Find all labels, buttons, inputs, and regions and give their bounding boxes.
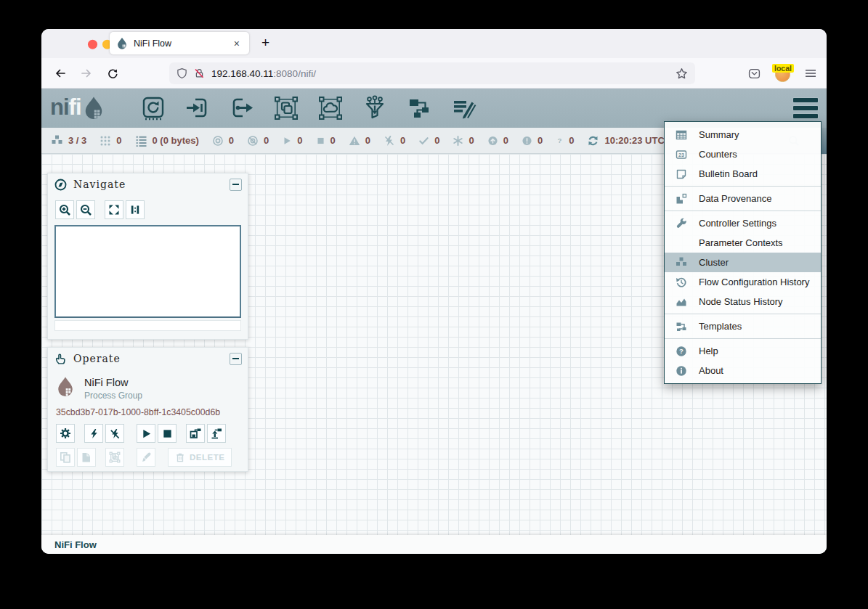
configure-button[interactable]	[56, 424, 75, 443]
wrench-icon	[674, 218, 688, 229]
operate-flow-info: NiFi Flow Process Group	[48, 369, 248, 401]
help-icon: ?	[674, 346, 688, 357]
template-icon[interactable]	[405, 94, 433, 122]
statusbar-right-edge	[822, 128, 827, 154]
navigate-collapse-button[interactable]	[230, 179, 242, 191]
status-stopped: 0	[316, 135, 336, 147]
global-menu-button[interactable]	[793, 98, 818, 118]
menu-item-help[interactable]: ? Help	[665, 341, 821, 361]
zoom-fit-button[interactable]	[105, 200, 123, 219]
save-template-button[interactable]	[186, 424, 205, 443]
back-button[interactable]	[52, 65, 69, 82]
refresh-icon[interactable]	[587, 135, 599, 147]
start-button[interactable]	[137, 424, 155, 443]
global-menu: Summary 23 Counters Bulletin Board Data …	[664, 121, 822, 384]
menu-item-about[interactable]: About	[665, 361, 821, 380]
bulletin-board-icon	[674, 168, 688, 180]
operate-title: Operate	[73, 353, 121, 364]
zoom-in-button[interactable]	[55, 200, 74, 219]
disable-button[interactable]	[105, 424, 124, 443]
operate-header: Operate	[48, 348, 248, 369]
status-queued: 0 (0 bytes)	[135, 135, 199, 147]
stop-button[interactable]	[158, 424, 177, 443]
operate-buttons-row-1	[48, 419, 248, 443]
status-invalid: 0	[349, 135, 370, 147]
menu-item-label: Cluster	[699, 257, 729, 268]
nifi-logo: nifi	[50, 94, 105, 121]
check-icon	[418, 135, 429, 147]
menu-separator	[665, 314, 821, 314]
paste-button[interactable]	[77, 448, 96, 467]
url-bar[interactable]: 192.168.40.11:8080/nifi/	[169, 62, 695, 84]
reload-button[interactable]	[104, 65, 121, 82]
status-locally-modified-stale: 0	[522, 135, 543, 147]
browser-tab[interactable]: NiFi Flow ×	[110, 32, 249, 54]
status-transmitting: 0	[212, 135, 234, 147]
info-icon	[674, 365, 688, 377]
history-icon	[674, 277, 688, 288]
menu-item-bulletin-board[interactable]: Bulletin Board	[665, 164, 821, 184]
input-port-icon[interactable]	[184, 94, 211, 122]
delete-label: DELETE	[190, 453, 224, 462]
delete-button[interactable]: DELETE	[168, 448, 232, 467]
navigate-title: Navigate	[73, 179, 126, 190]
copy-button[interactable]	[56, 448, 75, 467]
menu-item-parameter-contexts[interactable]: Parameter Contexts	[665, 233, 821, 253]
menu-item-summary[interactable]: Summary	[665, 125, 821, 144]
birdseye-strip[interactable]	[54, 320, 241, 331]
processor-icon[interactable]	[139, 94, 167, 122]
sync-failure-count: 0	[569, 135, 574, 146]
process-group-icon[interactable]	[272, 94, 300, 122]
tab-close-icon[interactable]: ×	[231, 37, 243, 50]
menu-item-data-provenance[interactable]: Data Provenance	[665, 189, 821, 208]
browser-menu-icon[interactable]	[802, 65, 819, 82]
logo-ni: ni	[50, 94, 69, 120]
enable-button[interactable]	[84, 424, 103, 443]
menu-item-label: Summary	[699, 129, 739, 140]
svg-text:?: ?	[679, 347, 684, 355]
operate-flow-id: 35cbd3b7-017b-1000-8bff-1c3405c00d6b	[48, 401, 248, 419]
funnel-icon[interactable]	[361, 94, 389, 122]
tab-title: NiFi Flow	[134, 38, 231, 49]
bookmark-star-icon[interactable]	[676, 68, 688, 80]
shield-icon[interactable]	[177, 68, 187, 79]
status-stale: 0	[487, 135, 508, 147]
threads-grid-icon	[100, 135, 111, 147]
menu-item-cluster[interactable]: Cluster	[665, 253, 821, 272]
not-transmitting-icon	[247, 135, 259, 147]
data-provenance-icon	[674, 193, 688, 205]
breadcrumb-bar: NiFi Flow	[41, 535, 827, 554]
group-button[interactable]	[105, 448, 124, 467]
menu-item-node-status-history[interactable]: Node Status History	[665, 292, 821, 311]
operate-collapse-button[interactable]	[230, 353, 242, 365]
status-sync-failure: ? 0	[556, 135, 574, 147]
menu-item-counters[interactable]: 23 Counters	[665, 144, 821, 164]
output-port-icon[interactable]	[228, 94, 256, 122]
menu-item-controller-settings[interactable]: Controller Settings	[665, 213, 821, 233]
transmitting-count: 0	[229, 135, 234, 146]
menu-item-templates[interactable]: Templates	[665, 316, 821, 336]
birdseye-minimap[interactable]	[54, 225, 241, 318]
breadcrumb[interactable]: NiFi Flow	[54, 539, 97, 550]
label-icon[interactable]	[450, 94, 477, 122]
change-color-button[interactable]	[137, 448, 155, 467]
zoom-actual-size-button[interactable]	[126, 200, 145, 219]
remote-process-group-icon[interactable]	[317, 94, 344, 122]
exclamation-circle-icon	[522, 135, 532, 147]
locally-modified-count: 0	[469, 135, 474, 146]
stale-count: 0	[503, 135, 508, 146]
cubes-icon	[674, 257, 688, 268]
close-window-button[interactable]	[88, 40, 97, 49]
zoom-out-button[interactable]	[76, 200, 95, 219]
status-refresh[interactable]: 10:20:23 UTC	[587, 135, 664, 147]
new-tab-button[interactable]: +	[256, 34, 275, 52]
insecure-lock-icon[interactable]	[194, 68, 205, 79]
list-icon	[135, 135, 147, 147]
menu-item-flow-configuration-history[interactable]: Flow Configuration History	[665, 272, 821, 292]
pocket-icon[interactable]	[745, 65, 763, 82]
menu-item-label: Counters	[699, 149, 737, 160]
upload-template-button[interactable]	[207, 424, 226, 443]
status-running: 0	[282, 135, 302, 147]
operate-buttons-row-2: DELETE	[48, 443, 248, 467]
forward-button[interactable]	[78, 65, 95, 82]
